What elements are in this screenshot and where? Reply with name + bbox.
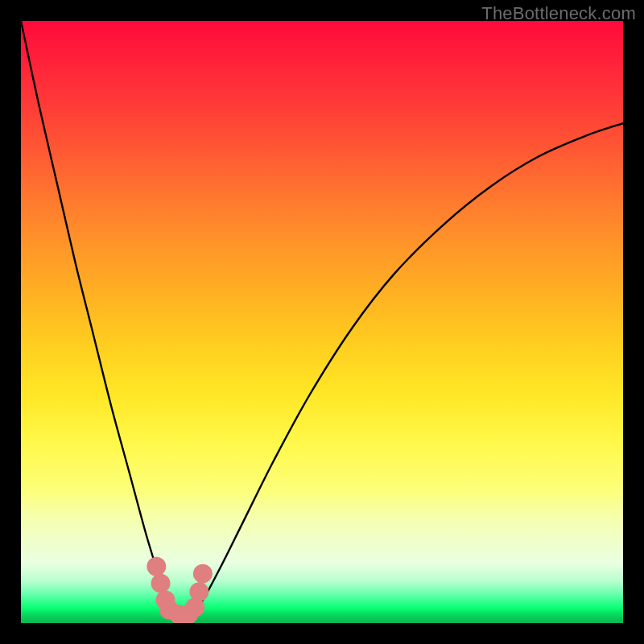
marker-dot [193, 564, 213, 584]
bottleneck-curve [21, 21, 623, 617]
marker-group [147, 557, 213, 623]
marker-dot [151, 574, 171, 593]
marker-dot [189, 582, 208, 601]
marker-dot [147, 557, 166, 576]
watermark-text: TheBottleneck.com [481, 3, 636, 24]
chart-frame [21, 21, 623, 623]
chart-overlay [21, 21, 623, 623]
